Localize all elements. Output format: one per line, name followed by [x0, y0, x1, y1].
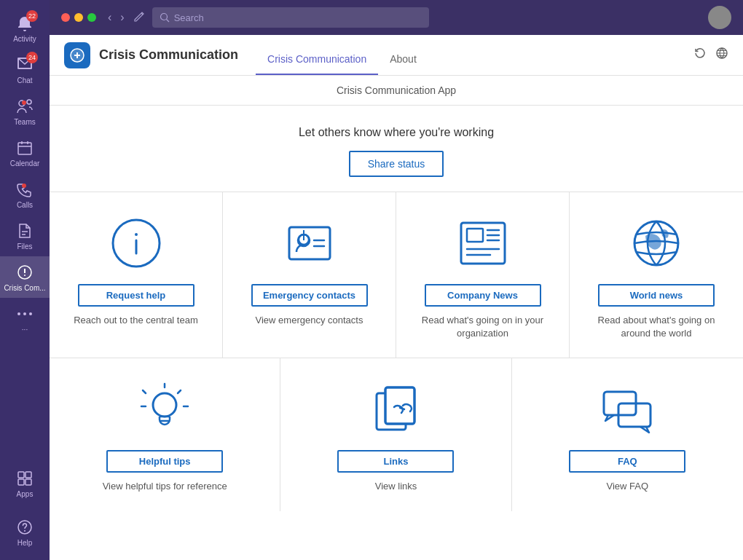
svg-point-7	[17, 312, 20, 315]
cards-grid-top: Request help Reach out to the central te…	[50, 192, 743, 358]
activity-badge: 22	[26, 10, 38, 22]
helpful-tips-button[interactable]: Helpful tips	[106, 450, 223, 473]
nav-back-button[interactable]: ‹	[105, 9, 114, 25]
tab-crisis-communication[interactable]: Crisis Communication	[256, 53, 378, 75]
links-desc: View links	[375, 480, 417, 493]
emergency-contacts-icon	[280, 214, 339, 272]
window-close[interactable]	[61, 13, 70, 22]
card-request-help: Request help Reach out to the central te…	[50, 192, 223, 358]
user-avatar[interactable]	[708, 6, 731, 29]
window-controls	[61, 13, 96, 22]
content-area: Crisis Communication App Let others know…	[50, 76, 743, 560]
emergency-contacts-button[interactable]: Emergency contacts	[251, 284, 368, 307]
sidebar-item-more-label: ···	[22, 326, 28, 334]
helpful-tips-desc: View helpful tips for reference	[103, 480, 227, 493]
sidebar-item-more[interactable]: ···	[0, 298, 50, 339]
sidebar-item-activity[interactable]: 22 Activity	[0, 7, 50, 49]
links-button[interactable]: Links	[337, 450, 454, 473]
refresh-button[interactable]	[693, 47, 707, 63]
hero-section: Let others know where you're working Sha…	[50, 106, 743, 192]
search-bar[interactable]	[152, 7, 429, 28]
links-icon	[366, 380, 425, 438]
sidebar-item-apps[interactable]: Apps	[0, 462, 50, 504]
sidebar-item-files-label: Files	[17, 242, 32, 251]
company-news-button[interactable]: Company News	[425, 284, 541, 307]
faq-desc: View FAQ	[607, 480, 649, 493]
compose-button[interactable]	[133, 9, 146, 25]
tab-about[interactable]: About	[378, 53, 428, 75]
svg-rect-3	[18, 143, 31, 154]
main-content: ‹ › Crisis Communication C	[50, 0, 743, 560]
svg-rect-13	[25, 479, 31, 485]
card-emergency-contacts: Emergency contacts View emergency contac…	[223, 192, 396, 358]
svg-point-16	[160, 14, 167, 20]
sidebar-item-files[interactable]: Files	[0, 215, 50, 256]
sidebar-item-help[interactable]: Help	[0, 511, 50, 553]
globe-button[interactable]	[715, 47, 728, 63]
app-icon	[64, 42, 90, 68]
titlebar: ‹ ›	[50, 0, 743, 35]
content-inner: Crisis Communication App Let others know…	[50, 76, 743, 560]
request-help-desc: Reach out to the central team	[74, 314, 198, 327]
svg-rect-12	[18, 479, 24, 485]
sidebar-item-teams-label: Teams	[14, 118, 35, 126]
sidebar-item-chat-label: Chat	[17, 76, 32, 84]
search-icon	[160, 12, 170, 23]
svg-point-8	[23, 312, 26, 315]
sidebar-item-activity-label: Activity	[13, 35, 36, 43]
svg-point-20	[135, 233, 138, 236]
cards-grid-bottom: Helpful tips View helpful tips for refer…	[50, 358, 743, 510]
svg-point-35	[153, 393, 176, 417]
sidebar: 22 Activity 24 Chat Teams	[0, 0, 50, 560]
sidebar-item-crisis[interactable]: Crisis Com...	[0, 256, 50, 298]
calls-dot	[22, 184, 26, 188]
request-help-button[interactable]: Request help	[78, 284, 194, 307]
svg-point-15	[24, 530, 25, 532]
sidebar-item-help-label: Help	[17, 539, 33, 547]
world-news-button[interactable]: World news	[598, 284, 715, 307]
nav-arrows: ‹ ›	[105, 9, 127, 25]
window-minimize[interactable]	[74, 13, 83, 22]
sidebar-item-calendar-label: Calendar	[10, 159, 40, 167]
sidebar-item-calls[interactable]: Calls	[0, 173, 50, 215]
svg-point-9	[29, 312, 32, 315]
svg-rect-11	[25, 472, 31, 478]
app-banner: Crisis Communication App	[50, 76, 743, 106]
card-world-news: World news Read about what's going on ar…	[570, 192, 743, 358]
teams-dot	[22, 100, 26, 105]
world-news-desc: Read about what's going on around the wo…	[584, 314, 728, 340]
sidebar-item-calls-label: Calls	[17, 201, 33, 209]
hero-text: Let others know where you're working	[64, 126, 728, 139]
svg-line-37	[178, 390, 181, 393]
card-faq: FAQ View FAQ	[512, 358, 743, 510]
sidebar-item-teams[interactable]: Teams	[0, 90, 50, 132]
svg-rect-10	[18, 472, 24, 478]
request-help-icon	[107, 214, 165, 272]
app-title: Crisis Communication	[99, 47, 238, 63]
header-actions	[693, 47, 728, 63]
card-company-news: Company News Read what's going on in you…	[396, 192, 570, 358]
faq-icon	[598, 380, 656, 438]
app-tabs: Crisis Communication About	[256, 35, 428, 75]
card-links: Links View links	[280, 358, 511, 510]
share-status-button[interactable]: Share status	[349, 151, 444, 177]
sidebar-item-crisis-label: Crisis Com...	[4, 284, 45, 292]
emergency-contacts-desc: View emergency contacts	[256, 314, 363, 327]
nav-forward-button[interactable]: ›	[117, 9, 127, 25]
window-maximize[interactable]	[87, 13, 96, 22]
sidebar-item-chat[interactable]: 24 Chat	[0, 49, 50, 90]
search-input[interactable]	[174, 12, 422, 23]
helpful-tips-icon	[135, 380, 194, 438]
svg-line-39	[143, 390, 146, 393]
card-helpful-tips: Helpful tips View helpful tips for refer…	[50, 358, 280, 510]
chat-badge: 24	[26, 52, 38, 63]
svg-point-2	[27, 100, 31, 104]
svg-rect-28	[467, 229, 483, 242]
company-news-icon	[454, 214, 512, 272]
sidebar-item-apps-label: Apps	[17, 490, 34, 498]
app-header: Crisis Communication Crisis Communicatio…	[50, 35, 743, 76]
company-news-desc: Read what's going on in your organizatio…	[411, 314, 554, 340]
sidebar-item-calendar[interactable]: Calendar	[0, 132, 50, 173]
svg-point-6	[24, 275, 25, 276]
faq-button[interactable]: FAQ	[569, 450, 685, 473]
